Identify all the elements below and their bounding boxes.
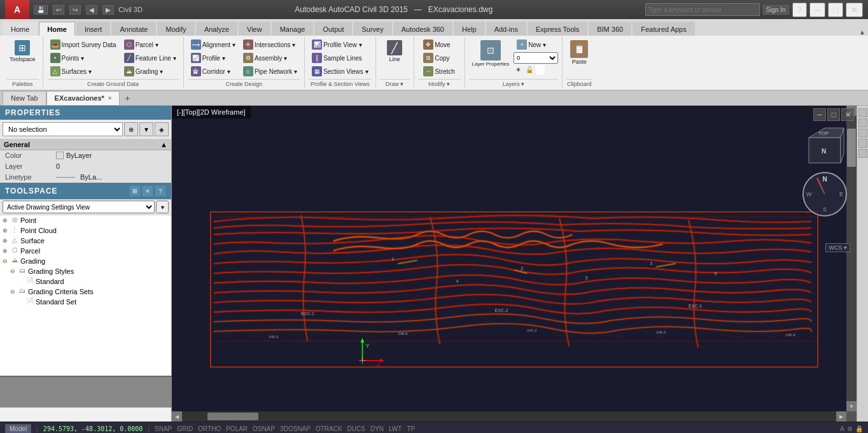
feature-line-btn[interactable]: ╱ Feature Line ▾ — [121, 52, 179, 64]
tab-home-inactive[interactable]: Home — [3, 22, 38, 36]
profile-view-btn[interactable]: 📊 Profile View ▾ — [309, 38, 371, 51]
qat-undo[interactable]: ↩ — [53, 5, 64, 15]
tab-analyze[interactable]: Analyze — [196, 22, 237, 36]
grading-btn[interactable]: ⛰ Grading ▾ — [121, 65, 179, 78]
freeze-btn[interactable]: ☀ — [514, 65, 523, 75]
new-layer-btn[interactable]: + New ▾ — [514, 38, 558, 51]
ts-list-btn[interactable]: ≡ — [142, 185, 153, 197]
vp-close-btn[interactable]: ✕ — [841, 108, 854, 121]
hscroll-right-btn[interactable]: ▶ — [836, 411, 846, 422]
quick-select-btn[interactable]: ◈ — [155, 122, 169, 136]
tab-express[interactable]: Express Tools — [528, 22, 587, 36]
add-to-set-btn[interactable]: ⊕ — [124, 122, 138, 136]
tab-help[interactable]: Help — [454, 22, 485, 36]
assembly-btn[interactable]: ⚙ Assembly ▾ — [240, 52, 300, 64]
info-btn[interactable]: ? — [792, 3, 807, 17]
sample-lines-btn[interactable]: ║ Sample Lines — [309, 52, 371, 64]
search-input[interactable] — [645, 3, 760, 16]
selection-filter-btn[interactable]: ▼ — [139, 122, 153, 136]
toolspace-view-select[interactable]: Active Drawing Settings View — [3, 201, 155, 213]
toolspace-dropdown-btn[interactable]: ▾ — [156, 201, 169, 213]
bottom-annotation-btn[interactable]: A — [840, 425, 844, 432]
points-btn[interactable]: • Points ▾ — [47, 52, 120, 64]
tab-modify[interactable]: Modify — [157, 22, 194, 36]
tree-item-parcel[interactable]: ⊕ ⬡ Parcel — [0, 246, 171, 256]
import-survey-btn[interactable]: 📥 Import Survey Data — [47, 38, 120, 51]
parcel-btn[interactable]: ⬡ Parcel ▾ — [121, 38, 179, 51]
draw-line-btn[interactable]: ╱ Line — [382, 38, 407, 64]
selection-dropdown[interactable]: No selection — [3, 122, 123, 136]
right-btn-2[interactable] — [858, 118, 867, 127]
layer-properties-btn[interactable]: ⊡ Layer Properties — [469, 38, 513, 69]
stretch-btn[interactable]: ↔ Stretch — [420, 65, 458, 78]
tab-addins[interactable]: Add-ins — [486, 22, 526, 36]
lock-btn[interactable]: 🔓 — [524, 65, 535, 75]
tree-item-point-cloud[interactable]: ⊕ ⋮ Point Cloud — [0, 225, 171, 236]
color-value[interactable]: ByLayer — [56, 152, 166, 159]
tree-item-grading[interactable]: ⊖ ⛰ Grading — [0, 256, 171, 266]
paste-btn[interactable]: 📋 Paste — [566, 38, 592, 67]
right-btn-1[interactable] — [858, 108, 867, 117]
toolspace-btn[interactable]: ⊞ Toolspace — [6, 38, 39, 64]
layer-value[interactable]: 0 — [56, 162, 166, 170]
tab-featured[interactable]: Featured Apps — [633, 22, 695, 36]
tab-bim360[interactable]: BIM 360 — [589, 22, 631, 36]
color-btn[interactable] — [536, 65, 545, 75]
sign-in-btn[interactable]: Sign In — [763, 5, 789, 15]
tree-item-grading-criteria[interactable]: ⊖ 🗂 Grading Criteria Sets — [0, 287, 171, 297]
ts-help-btn[interactable]: ? — [155, 185, 166, 197]
tab-survey[interactable]: Survey — [353, 22, 391, 36]
tree-item-standard-set[interactable]: ▶ 📄 Standard Set — [0, 297, 171, 307]
section-views-btn[interactable]: ▦ Section Views ▾ — [309, 65, 371, 78]
bottom-lock-btn[interactable]: 🔒 — [855, 425, 863, 432]
tab-insert[interactable]: Insert — [76, 22, 111, 36]
linetype-value[interactable]: ByLa... — [56, 173, 166, 181]
tree-item-standard[interactable]: ▶ 📄 Standard — [0, 276, 171, 287]
vp-minimize-btn[interactable]: ─ — [813, 108, 826, 121]
tree-item-point[interactable]: ⊕ ◎ Point — [0, 215, 171, 225]
pipe-network-btn[interactable]: ⌽ Pipe Network ▾ — [240, 65, 300, 78]
model-tab-btn[interactable]: Model — [5, 424, 31, 433]
corridor-btn[interactable]: 🛣 Corridor ▾ — [188, 65, 239, 78]
close-tab-icon[interactable]: × — [108, 95, 111, 101]
right-btn-4[interactable] — [858, 139, 867, 148]
profile-btn[interactable]: 📈 Profile ▾ — [188, 52, 239, 64]
tab-output[interactable]: Output — [314, 22, 352, 36]
hscroll-thumb[interactable] — [207, 413, 258, 420]
vscroll-down-btn[interactable]: ▼ — [846, 401, 857, 411]
tab-view[interactable]: View — [239, 22, 270, 36]
tab-annotate[interactable]: Annotate — [111, 22, 156, 36]
tab-new-tab[interactable]: New Tab — [3, 91, 46, 105]
qat-save[interactable]: 💾 — [34, 5, 48, 15]
minimize-btn[interactable]: ─ — [809, 3, 825, 17]
hscrollbar[interactable]: ◀ ▶ — [172, 411, 846, 422]
cube-box[interactable]: N TOP — [802, 125, 847, 169]
tab-home[interactable]: Home — [39, 22, 75, 36]
move-btn[interactable]: ✥ Move — [420, 38, 458, 51]
general-collapse[interactable]: ▲ — [160, 141, 167, 148]
tab-autodesk360[interactable]: Autodesk 360 — [393, 22, 452, 36]
right-btn-3[interactable] — [858, 129, 867, 138]
qat-forward[interactable]: ▶ — [102, 5, 114, 15]
intersections-btn[interactable]: ✛ Intersections ▾ — [240, 38, 300, 51]
ts-grid-btn[interactable]: ⊞ — [129, 185, 141, 197]
tab-manage[interactable]: Manage — [272, 22, 314, 36]
qat-redo[interactable]: ↪ — [69, 5, 81, 15]
alignment-btn[interactable]: ⟶ Alignment ▾ — [188, 38, 239, 51]
tab-excavaciones[interactable]: EXcavaciones* × — [46, 91, 120, 105]
layer-select[interactable]: 0 — [514, 52, 558, 64]
surfaces-btn[interactable]: △ Surfaces ▾ — [47, 65, 120, 78]
right-btn-5[interactable] — [858, 149, 867, 158]
restore-btn[interactable]: □ — [828, 3, 843, 17]
tree-item-surface[interactable]: ⊕ △ Surface — [0, 236, 171, 246]
hscroll-left-btn[interactable]: ◀ — [172, 411, 182, 422]
ribbon-toggle[interactable]: ▲ — [859, 29, 865, 36]
app-button[interactable]: A — [5, 0, 29, 19]
copy-btn[interactable]: ⧉ Copy — [420, 52, 458, 64]
add-tab-btn[interactable]: + — [120, 92, 135, 104]
tree-item-grading-styles[interactable]: ⊖ 🗂 Grading Styles — [0, 266, 171, 276]
qat-back[interactable]: ◀ — [86, 5, 97, 15]
close-btn[interactable]: ✕ — [846, 3, 863, 17]
bottom-workspace-btn[interactable]: ⚙ — [847, 425, 853, 432]
vp-restore-btn[interactable]: □ — [827, 108, 840, 121]
